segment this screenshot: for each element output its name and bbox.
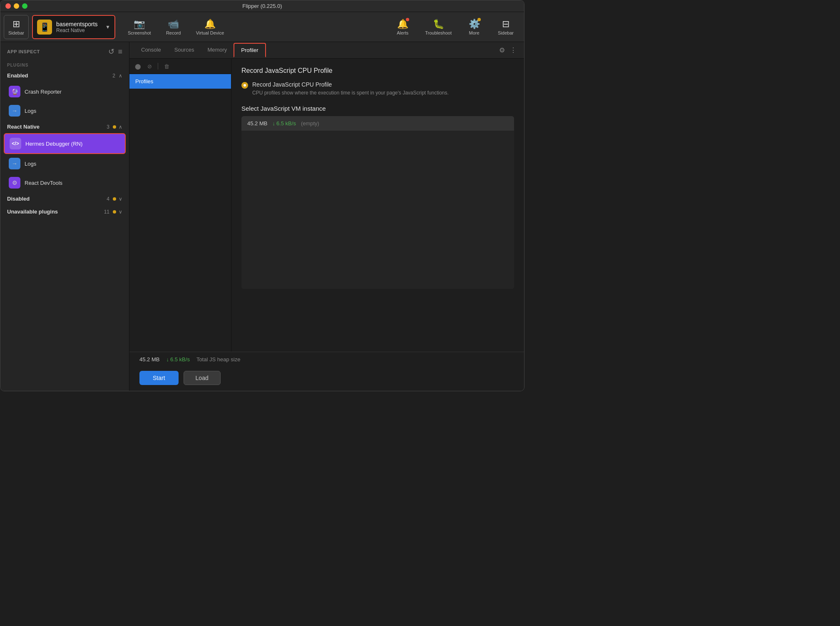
footer-heap-label: Total JS heap size xyxy=(196,356,241,363)
sidebar-right-button[interactable]: ⊟ Sidebar xyxy=(491,15,521,39)
react-native-status-dot xyxy=(113,125,116,129)
menu-button[interactable]: ≡ xyxy=(118,47,122,56)
disabled-group-name: Disabled xyxy=(7,196,107,202)
maximize-button[interactable] xyxy=(22,3,27,9)
virtual-device-icon: 🔔 xyxy=(204,19,216,30)
sidebar-right-icon: ⊟ xyxy=(502,19,509,30)
device-selector[interactable]: 📱 basementsports React Native ▼ xyxy=(32,15,115,39)
tab-memory[interactable]: Memory xyxy=(201,43,234,57)
unavailable-status-dot xyxy=(113,210,116,214)
vm-body xyxy=(241,131,514,289)
logs-enabled-icon: → xyxy=(9,105,20,117)
chevron-down-unavailable-icon: ∨ xyxy=(119,209,122,215)
enabled-group-name: Enabled xyxy=(7,72,112,79)
profiles-panel: ⬤ ⊘ 🗑 Profiles xyxy=(129,59,231,352)
tab-sources[interactable]: Sources xyxy=(168,43,201,57)
vm-speed-value: 6.5 kB/s xyxy=(276,120,296,127)
react-devtools-icon: ⚙ xyxy=(9,177,20,189)
chevron-down-icon: ▼ xyxy=(105,24,110,30)
minimize-button[interactable] xyxy=(14,3,19,9)
settings-icon[interactable]: ⚙ xyxy=(497,45,507,56)
sidebar-controls: ↺ ≡ xyxy=(108,47,122,56)
cpu-profile-desc: CPU profiles show where the execution ti… xyxy=(252,89,449,97)
titlebar: Flipper (0.225.0) xyxy=(0,0,524,12)
chevron-down-disabled-icon: ∨ xyxy=(119,196,122,202)
disabled-group-count: 4 xyxy=(107,196,109,202)
vm-speed: ↓ 6.5 kB/s xyxy=(272,120,296,127)
record-profile-button[interactable]: ⬤ xyxy=(134,62,142,70)
traffic-lights xyxy=(5,3,27,9)
toolbar-separator xyxy=(158,63,158,70)
refresh-button[interactable]: ↺ xyxy=(108,47,114,56)
record-label: Record xyxy=(166,30,181,35)
record-icon: 📹 xyxy=(168,19,179,30)
profiles-item-label: Profiles xyxy=(135,78,153,84)
vm-instance-header[interactable]: 45.2 MB ↓ 6.5 kB/s (empty) xyxy=(241,116,514,131)
react-native-group-header[interactable]: React Native 3 ∧ xyxy=(0,120,129,133)
footer-size: 45.2 MB xyxy=(139,356,159,363)
sidebar-header: APP INSPECT ↺ ≡ xyxy=(0,42,129,60)
logs-rn-icon: → xyxy=(9,158,20,169)
load-button[interactable]: Load xyxy=(184,371,221,385)
tab-profiler[interactable]: Profiler xyxy=(234,43,266,57)
chevron-up-rn-icon: ∧ xyxy=(119,124,122,130)
alerts-label: Alerts xyxy=(397,30,408,35)
bell-icon: 🔔 xyxy=(397,19,408,30)
react-devtools-label: React DevTools xyxy=(25,180,62,186)
plugin-logs-rn[interactable]: → Logs xyxy=(0,154,129,173)
start-button[interactable]: Start xyxy=(139,371,179,385)
device-icon: 📱 xyxy=(37,20,52,35)
device-info: basementsports React Native xyxy=(56,21,103,33)
crash-reporter-icon: 🔮 xyxy=(9,86,20,97)
stop-profile-button[interactable]: ⊘ xyxy=(145,62,154,70)
react-native-group-count: 3 xyxy=(107,124,109,130)
delete-profile-button[interactable]: 🗑 xyxy=(162,62,171,70)
enabled-group-header[interactable]: Enabled 2 ∧ xyxy=(0,69,129,82)
troubleshoot-label: Troubleshoot xyxy=(425,30,452,35)
toolbar-right-actions: 🔔 Alerts 🐛 Troubleshoot ⚙️ More ⊟ Sideba… xyxy=(388,15,521,39)
sidebar-icon: ⊞ xyxy=(12,19,20,30)
plugin-logs-enabled[interactable]: → Logs xyxy=(0,101,129,120)
crash-reporter-label: Crash Reporter xyxy=(25,89,62,95)
close-button[interactable] xyxy=(5,3,11,9)
main-area: APP INSPECT ↺ ≡ PLUGINS Enabled 2 ∧ 🔮 Cr… xyxy=(0,42,524,391)
cpu-profile-label: Record JavaScript CPU Profile xyxy=(252,81,449,88)
more-button[interactable]: ⚙️ More xyxy=(459,15,489,39)
screenshot-button[interactable]: 📷 Screenshot xyxy=(122,15,157,39)
app-inspect-title: APP INSPECT xyxy=(7,49,40,54)
toolbar-actions: 📷 Screenshot 📹 Record 🔔 Virtual Device xyxy=(122,15,388,39)
profiles-list-item[interactable]: Profiles xyxy=(129,74,231,89)
more-options-icon[interactable]: ⋮ xyxy=(507,45,519,56)
vm-section-title: Select JavaScript VM instance xyxy=(241,105,514,112)
virtual-device-button[interactable]: 🔔 Virtual Device xyxy=(190,15,230,39)
bug-icon: 🐛 xyxy=(433,19,444,30)
vm-empty-label: (empty) xyxy=(301,120,319,127)
plugins-label: PLUGINS xyxy=(0,60,129,69)
alerts-button[interactable]: 🔔 Alerts xyxy=(388,15,418,39)
hermes-debugger-icon: </> xyxy=(10,138,21,149)
unavailable-group-header[interactable]: Unavailable plugins 11 ∨ xyxy=(0,205,129,218)
unavailable-group-count: 11 xyxy=(104,209,109,215)
tab-bar: Console Sources Memory Profiler ⚙ ⋮ xyxy=(129,42,524,59)
footer-speed: ↓ 6.5 kB/s xyxy=(166,356,189,363)
react-native-group-name: React Native xyxy=(7,124,107,130)
radio-selected-indicator xyxy=(241,82,248,89)
tab-console[interactable]: Console xyxy=(134,43,168,57)
sidebar-button-label: Sidebar xyxy=(8,30,24,35)
content-area: Console Sources Memory Profiler ⚙ ⋮ ⬤ ⊘ … xyxy=(129,42,524,391)
hermes-debugger-label: Hermes Debugger (RN) xyxy=(25,141,82,147)
profiler-area: ⬤ ⊘ 🗑 Profiles Record JavaScript CPU Pro… xyxy=(129,59,524,352)
troubleshoot-button[interactable]: 🐛 Troubleshoot xyxy=(419,15,457,39)
vm-instance-panel: 45.2 MB ↓ 6.5 kB/s (empty) xyxy=(241,116,514,289)
record-button[interactable]: 📹 Record xyxy=(159,15,189,39)
plugin-hermes-debugger[interactable]: </> Hermes Debugger (RN) xyxy=(4,133,126,154)
sidebar-toggle-button[interactable]: ⊞ Sidebar xyxy=(4,15,29,39)
cpu-profile-option[interactable]: Record JavaScript CPU Profile CPU profil… xyxy=(241,81,514,97)
vm-size: 45.2 MB xyxy=(247,120,267,127)
more-badge xyxy=(477,18,481,21)
plugin-react-devtools[interactable]: ⚙ React DevTools xyxy=(0,173,129,192)
plugin-crash-reporter[interactable]: 🔮 Crash Reporter xyxy=(0,82,129,101)
profiles-toolbar: ⬤ ⊘ 🗑 xyxy=(129,59,231,74)
profiler-title: Record JavaScript CPU Profile xyxy=(241,67,514,75)
disabled-group-header[interactable]: Disabled 4 ∨ xyxy=(0,192,129,205)
